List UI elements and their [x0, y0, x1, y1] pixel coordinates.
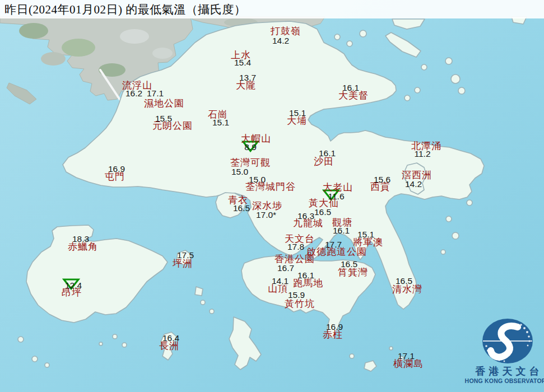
station-name: 香港公園 [275, 254, 315, 264]
station-name: 黃竹坑 [285, 299, 315, 309]
station-temperature: 14.2 [405, 180, 422, 189]
station-name: 屯門 [105, 172, 125, 181]
station-name: 青衣 [228, 195, 248, 205]
station-name: 濕地公園 [144, 99, 184, 108]
station-name: 深水埗 [252, 201, 282, 211]
station-name: 啟德跑道公園 [306, 247, 367, 256]
station-temperature: 8.9 [244, 143, 257, 152]
hko-logo-english-name: HONG KONG OBSERVATORY [465, 378, 544, 384]
station-name: 西貢 [370, 182, 390, 192]
station-name: 元朗公園 [152, 121, 193, 130]
station-name: 大埔 [287, 116, 307, 125]
title-bar: 昨日(2024年01月02日) 的最低氣溫（攝氏度） [0, 0, 544, 18]
hko-logo-chinese-name: 香港天文台 [472, 366, 543, 376]
station-temperature: 16.5 [233, 204, 250, 213]
station-name: 筲箕灣 [338, 268, 368, 277]
station-name: 北潭涌 [411, 141, 441, 151]
station-temperature: 16.7 [277, 264, 294, 273]
station-name: 荃灣城門谷 [245, 182, 296, 192]
stations-layer: 14.2打鼓嶺15.4上水13.7大隴16.2流浮山17.1濕地公園16.1大美… [0, 0, 544, 392]
station-name: 昂坪 [62, 288, 82, 297]
station-name: 九龍城 [293, 218, 323, 228]
station-temperature: 15.0 [231, 167, 248, 176]
station-name: 天文台 [285, 234, 315, 244]
station-name: 滘西洲 [402, 170, 432, 180]
station-name: 石崗 [208, 110, 228, 119]
station-name: 黃大仙 [309, 198, 339, 208]
station-temperature: 14.2 [272, 36, 289, 45]
page-title: 昨日(2024年01月02日) 的最低氣溫（攝氏度） [0, 2, 246, 17]
station-temperature: 16.2 [125, 89, 142, 98]
hko-logo: 香港天文台 HONG KONG OBSERVATORY [471, 317, 544, 392]
station-name: 荃灣可觀 [230, 158, 271, 167]
station-name: 大美督 [338, 91, 369, 100]
station-name: 清水灣 [392, 284, 422, 294]
station-name: 赤柱 [323, 330, 343, 339]
hko-logo-emblem [480, 317, 536, 365]
station-name: 將軍澳 [353, 237, 383, 247]
station-name: 長洲 [159, 341, 179, 351]
station-temperature: 17.1 [147, 89, 164, 98]
station-temperature: 16.5 [314, 208, 331, 217]
station-name: 橫瀾島 [393, 359, 424, 368]
station-temperature: 17.8 [287, 242, 304, 251]
station-name: 赤鱲角 [68, 242, 98, 251]
station-name: 跑馬地 [293, 278, 323, 288]
station-name: 大隴 [236, 81, 256, 90]
station-name: 坪洲 [173, 259, 193, 268]
station-name: 打鼓嶺 [271, 26, 301, 36]
station-temperature: 11.2 [414, 150, 430, 158]
station-temperature: 17.0* [256, 211, 276, 220]
station-temperature: 15.1 [212, 118, 229, 127]
station-name: 沙田 [314, 157, 334, 166]
station-name: 觀塘 [332, 218, 352, 227]
station-name: 山頂 [268, 284, 288, 293]
weather-map-stage: 昨日(2024年01月02日) 的最低氣溫（攝氏度） 14.2打鼓嶺15.4上水… [0, 0, 544, 392]
station-name: 大帽山 [241, 134, 271, 143]
station-name: 大老山 [323, 183, 353, 192]
station-name: 上水 [231, 50, 251, 60]
station-temperature: 16.1 [333, 226, 350, 235]
